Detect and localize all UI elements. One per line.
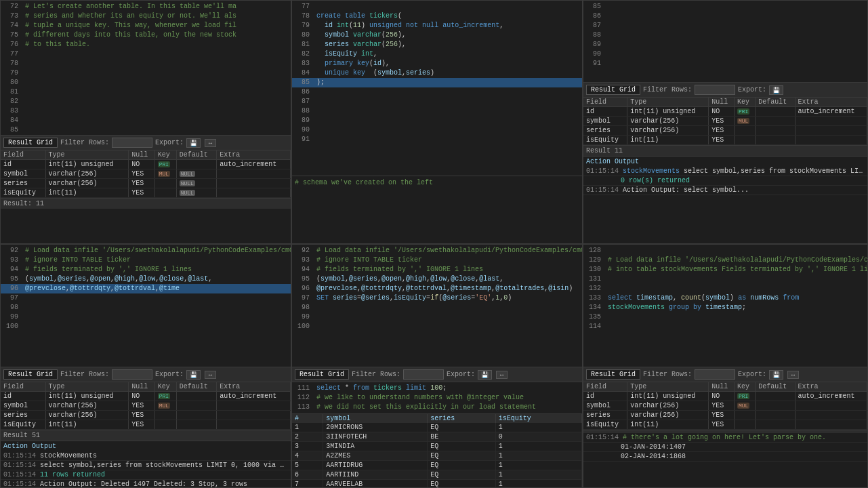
comment-top-mid: # schema we've created on the left [292,176,582,189]
action-row: 01:15:14 Action Output: select symbol... [583,186,867,195]
col-default: Default [176,150,217,160]
col-key: Key [154,150,176,160]
result-area-bot-mid: Result Grid Filter Rows: Export: 💾 ↔ 111… [292,367,582,487]
filter-input-bot-mid[interactable] [403,369,444,380]
code-editor-top-left[interactable]: 72# Let's create another table. In this … [1,1,291,135]
action-panel-bot-right: 01:15:14 # there's a lot going on here! … [583,433,867,462]
result-toolbar-top-right: Result Grid Filter Rows: Export: 💾 [583,83,867,98]
table-row: symbolvarchar(256)YESMUL [583,401,867,411]
result-toolbar-bot-left: Result Grid Filter Rows: Export: 💾 ↔ [1,367,291,382]
panel-top-mid: 77 78create table tickers( 79 id int(11)… [291,0,583,244]
result-toolbar-bot-right: Result Grid Filter Rows: Export: 💾 ↔ [583,367,867,382]
action-panel-bot-left: 01:15:14stockMovements 01:15:14select sy… [1,451,291,487]
action-row: 0 row(s) returned [583,176,867,186]
table-row: 23IINFOTECHBE0 [292,432,582,442]
wrap-button[interactable]: ↔ [205,139,216,147]
code-editor-bot-mid[interactable]: 92# Load data infile '/Users/swethakolal… [292,245,582,367]
action-row: 01:15:14 stockMovements select symbol,se… [583,167,867,176]
result-count-top-left: Result: 11 [1,198,291,209]
col-isequity: isEquity [495,414,581,423]
export-button[interactable]: 💾 [186,138,201,148]
result-table-bot-right: FieldTypeNullKeyDefaultExtra idint(11) u… [583,382,867,430]
result-toolbar-top-left: Result Grid Filter Rows: Export: 💾 ↔ [1,136,291,150]
wrap-btn-bot-right[interactable]: ↔ [787,371,799,379]
code-editor-top-right[interactable]: 85 86 87 88 89 90 91 [583,1,867,82]
table-row: symbolvarchar(256)YESMUL [1,401,291,411]
action-panel-right: 01:15:14 stockMovements select symbol,se… [583,167,867,195]
filter-input-bot-right[interactable] [695,369,735,380]
panel-bot-mid: 92# Load data infile '/Users/swethakolal… [291,244,583,488]
export-btn-bot-mid[interactable]: 💾 [478,370,492,380]
table-row: isEquityint(11)YES [583,420,867,430]
result-11: Result 11 [583,145,867,156]
result-area-bot-left: Result Grid Filter Rows: Export: 💾 ↔ Fie… [1,367,291,487]
col-row: # [292,414,323,423]
result-count-bot-left: Result 51 [1,430,291,441]
tab-result-grid-right[interactable]: Result Grid [586,85,640,95]
col-type: Type [45,150,129,160]
col-null: Null [129,150,155,160]
table-row: 120MICRONSEQ1 [292,423,582,432]
filter-rows-label: Filter Rows: [60,139,109,146]
table-row: 4A2ZMESEQ1 [292,451,582,461]
table-row: isEquityint(11)YESNULL [1,188,291,198]
export-label-bot-left: Export: [155,371,184,378]
panel-bot-left: 92# Load data infile '/Users/swethakolal… [0,244,291,488]
table-row: 6AARTIINDEQ1 [292,470,582,480]
table-row: 33MINDIAEQ1 [292,442,582,451]
code-editor-bot-left[interactable]: 92# Load data infile '/Users/swethakolal… [1,245,291,367]
tab-result-grid[interactable]: Result Grid [3,138,58,148]
ts-row: 01-JAN-2014:1407 [583,443,867,452]
code-editor-top-mid[interactable]: 77 78create table tickers( 79 id int(11)… [292,1,582,176]
filter-label-bot-left: Filter Rows: [60,371,109,378]
tab-result-bot-right[interactable]: Result Grid [586,369,640,380]
export-label-right: Export: [738,86,766,94]
table-row: 5AARTIDRUGEQ1 [292,461,582,470]
result-table-top-left: Field Type Null Key Default Extra idint(… [1,150,291,198]
action-row: 01:15:14select symbol,series from stockM… [1,461,291,470]
filter-input-right[interactable] [695,85,735,95]
result-area-top-mid: # schema we've created on the left [292,176,582,243]
table-row: seriesvarchar(256)YESNULL [1,179,291,188]
action-row: 01:15:14 # there's a lot going on here! … [583,433,867,443]
col-field: Field [1,150,45,160]
col-symbol: symbol [323,414,428,423]
panel-bot-right: 128 129# Load data infile '/Users/swetha… [583,244,868,488]
action-row: 01:15:14stockMovements [1,451,291,461]
table-row: symbolvarchar(256)YESMULNULL [1,169,291,179]
export-btn-right[interactable]: 💾 [769,85,783,95]
table-row: seriesvarchar(256)YES [583,126,867,136]
code-more-bot-mid[interactable]: 111select * from tickers limit 100; 112#… [292,382,582,414]
wrap-btn-bot-mid[interactable]: ↔ [496,371,508,379]
result-area-bot-right: Result Grid Filter Rows: Export: 💾 ↔ Fie… [583,367,867,487]
ts-row: 02-JAN-2014:1868 [583,452,867,462]
export-btn-bot-left[interactable]: 💾 [186,370,201,380]
table-row: isEquityint(11)YES [1,420,291,430]
table-row: idint(11) unsignedNOPRIauto_increment [1,392,291,401]
result-area-top-right: Result Grid Filter Rows: Export: 💾 Field… [583,82,867,243]
main-grid: 72# Let's create another table. In this … [0,0,868,488]
export-btn-bot-right[interactable]: 💾 [769,370,783,380]
col-series: series [428,414,495,423]
table-row: seriesvarchar(256)YES [1,411,291,420]
tab-result-bot-mid[interactable]: Result Grid [295,369,349,380]
result-toolbar-bot-mid: Result Grid Filter Rows: Export: 💾 ↔ [292,367,582,382]
table-row: isEquityint(11)YES [583,136,867,145]
code-editor-bot-right[interactable]: 128 129# Load data infile '/Users/swetha… [583,245,867,367]
action-output-label-right: Action Output [583,156,867,167]
panel-top-left: 72# Let's create another table. In this … [0,0,291,244]
action-row: 01:15:14Action Output: Deleted 1497 Dele… [1,480,291,487]
wrap-btn-bot-left[interactable]: ↔ [205,371,216,379]
table-row: idint(11) unsignedNOPRIauto_increment [583,392,867,401]
tab-result-bot-left[interactable]: Result Grid [3,369,58,380]
table-row: symbolvarchar(256)YESMUL [583,117,867,126]
result-table-bot-left: FieldTypeNullKeyDefaultExtra idint(11) u… [1,382,291,430]
table-row: idint(11) unsignedNOPRIauto_increment [583,107,867,117]
filter-rows-input[interactable] [112,138,152,148]
action-row: 01:15:1411 rows returned [1,470,291,480]
filter-input-bot-left[interactable] [112,369,152,380]
table-row: 7AARVEELABEQ1 [292,480,582,488]
panel-top-right: 85 86 87 88 89 90 91 Result Grid Filter … [583,0,868,244]
action-output-bot-left: Action Output [1,441,291,451]
data-table-tickers: # symbol series isEquity 120MICRONSEQ1 2… [292,414,582,487]
